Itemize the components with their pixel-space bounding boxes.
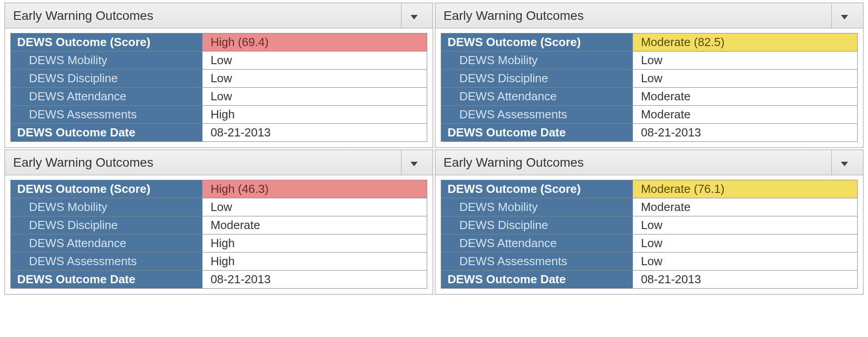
label-outcome-date: DEWS Outcome Date [11,271,203,289]
label-outcome-date: DEWS Outcome Date [11,124,203,142]
table-row: DEWS Mobility Moderate [441,198,858,216]
chevron-down-icon [410,9,418,23]
dews-table: DEWS Outcome (Score) High (46.3) DEWS Mo… [10,180,427,289]
label-attendance: DEWS Attendance [11,234,203,253]
table-row: DEWS Outcome (Score) Moderate (82.5) [441,33,858,51]
value-outcome-date: 08-21-2013 [632,124,857,142]
panels-grid: Early Warning Outcomes DEWS Outcome (Sco… [0,0,868,297]
dews-table: DEWS Outcome (Score) Moderate (76.1) DEW… [441,180,858,289]
table-row: DEWS Discipline Low [441,70,858,88]
value-mobility: Low [202,198,427,216]
panel-title: Early Warning Outcomes [443,9,831,23]
label-outcome-score: DEWS Outcome (Score) [11,180,203,198]
value-discipline: Low [202,70,427,88]
svg-marker-3 [841,162,848,166]
table-row: DEWS Discipline Moderate [11,216,427,234]
chevron-down-icon [410,155,418,169]
value-attendance: High [202,234,427,253]
panel-header: Early Warning Outcomes [435,3,863,28]
value-attendance: Low [632,234,857,253]
panel-menu-button[interactable] [831,3,857,28]
panel-menu-button[interactable] [401,3,426,28]
panel-menu-button[interactable] [831,150,857,175]
svg-marker-2 [410,162,418,166]
warning-panel: Early Warning Outcomes DEWS Outcome (Sco… [435,3,863,148]
dews-table: DEWS Outcome (Score) Moderate (82.5) DEW… [441,33,858,142]
value-outcome-score: Moderate (82.5) [632,33,857,51]
label-assessments: DEWS Assessments [11,106,203,124]
value-assessments: Moderate [632,106,857,124]
table-row: DEWS Discipline Low [11,70,427,88]
svg-marker-1 [841,15,848,19]
value-attendance: Moderate [632,88,857,106]
panel-header: Early Warning Outcomes [435,150,863,175]
warning-panel: Early Warning Outcomes DEWS Outcome (Sco… [5,150,433,295]
value-assessments: High [202,253,427,271]
svg-marker-0 [410,15,418,19]
table-row: DEWS Attendance Low [441,234,858,253]
value-outcome-date: 08-21-2013 [202,271,427,289]
value-discipline: Moderate [202,216,427,234]
label-attendance: DEWS Attendance [441,88,633,106]
label-discipline: DEWS Discipline [441,70,633,88]
label-assessments: DEWS Assessments [441,253,633,271]
label-outcome-score: DEWS Outcome (Score) [441,33,633,51]
warning-panel: Early Warning Outcomes DEWS Outcome (Sco… [5,3,433,148]
table-row: DEWS Attendance High [11,234,427,253]
panel-body: DEWS Outcome (Score) High (46.3) DEWS Mo… [5,175,433,294]
table-row: DEWS Outcome (Score) High (69.4) [11,33,427,51]
label-outcome-date: DEWS Outcome Date [441,124,633,142]
table-row: DEWS Outcome (Score) High (46.3) [11,180,427,198]
label-mobility: DEWS Mobility [441,198,633,216]
value-assessments: Low [632,253,857,271]
label-outcome-score: DEWS Outcome (Score) [441,180,633,198]
panel-menu-button[interactable] [401,150,426,175]
table-row: DEWS Mobility Low [11,198,427,216]
label-assessments: DEWS Assessments [11,253,203,271]
label-attendance: DEWS Attendance [441,234,633,253]
value-outcome-score: High (69.4) [202,33,427,51]
value-attendance: Low [202,88,427,106]
value-outcome-date: 08-21-2013 [202,124,427,142]
label-discipline: DEWS Discipline [441,216,633,234]
panel-title: Early Warning Outcomes [13,9,401,23]
chevron-down-icon [841,155,848,169]
label-outcome-date: DEWS Outcome Date [441,271,633,289]
panel-body: DEWS Outcome (Score) High (69.4) DEWS Mo… [5,28,433,147]
warning-panel: Early Warning Outcomes DEWS Outcome (Sco… [435,150,863,295]
value-mobility: Moderate [632,198,857,216]
value-outcome-score: High (46.3) [202,180,427,198]
value-discipline: Low [632,70,857,88]
table-row: DEWS Outcome Date 08-21-2013 [11,271,427,289]
table-row: DEWS Discipline Low [441,216,858,234]
table-row: DEWS Mobility Low [441,51,858,70]
table-row: DEWS Outcome (Score) Moderate (76.1) [441,180,858,198]
table-row: DEWS Assessments High [11,253,427,271]
value-mobility: Low [202,51,427,70]
table-row: DEWS Outcome Date 08-21-2013 [441,271,858,289]
panel-title: Early Warning Outcomes [13,155,401,170]
panel-body: DEWS Outcome (Score) Moderate (82.5) DEW… [435,28,863,147]
chevron-down-icon [841,9,848,23]
value-outcome-date: 08-21-2013 [632,271,857,289]
panel-title: Early Warning Outcomes [443,155,831,170]
table-row: DEWS Outcome Date 08-21-2013 [441,124,858,142]
dews-table: DEWS Outcome (Score) High (69.4) DEWS Mo… [10,33,427,142]
panel-header: Early Warning Outcomes [5,3,433,28]
table-row: DEWS Mobility Low [11,51,427,70]
table-row: DEWS Outcome Date 08-21-2013 [11,124,427,142]
value-assessments: High [202,106,427,124]
panel-body: DEWS Outcome (Score) Moderate (76.1) DEW… [435,175,863,294]
table-row: DEWS Assessments High [11,106,427,124]
label-mobility: DEWS Mobility [11,51,203,70]
label-assessments: DEWS Assessments [441,106,633,124]
table-row: DEWS Assessments Low [441,253,858,271]
label-discipline: DEWS Discipline [11,216,203,234]
table-row: DEWS Attendance Low [11,88,427,106]
panel-header: Early Warning Outcomes [5,150,433,175]
label-mobility: DEWS Mobility [441,51,633,70]
label-attendance: DEWS Attendance [11,88,203,106]
label-discipline: DEWS Discipline [11,70,203,88]
value-outcome-score: Moderate (76.1) [632,180,857,198]
label-outcome-score: DEWS Outcome (Score) [11,33,203,51]
